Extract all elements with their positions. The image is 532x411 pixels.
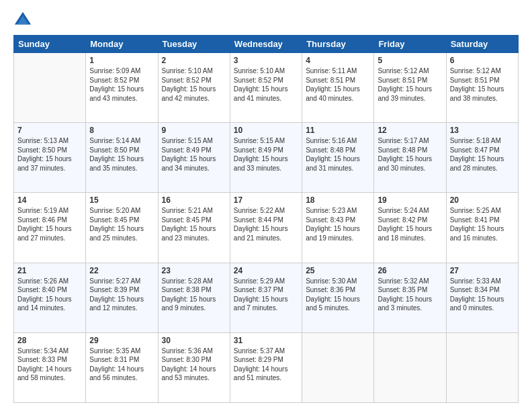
- day-info: Sunrise: 5:13 AMSunset: 8:50 PMDaylight:…: [17, 136, 82, 173]
- day-number: 15: [89, 195, 154, 205]
- day-info: Sunrise: 5:10 AMSunset: 8:52 PMDaylight:…: [234, 66, 298, 103]
- calendar-cell: 12 Sunrise: 5:17 AMSunset: 8:48 PMDaylig…: [374, 123, 446, 193]
- day-info: Sunrise: 5:27 AMSunset: 8:39 PMDaylight:…: [89, 277, 154, 313]
- calendar-cell: 27 Sunrise: 5:33 AMSunset: 8:34 PMDaylig…: [446, 263, 518, 332]
- calendar-cell: 28 Sunrise: 5:34 AMSunset: 8:33 PMDaylig…: [14, 332, 86, 402]
- day-info: Sunrise: 5:36 AMSunset: 8:30 PMDaylight:…: [162, 347, 226, 383]
- day-number: 14: [17, 195, 82, 205]
- day-info: Sunrise: 5:26 AMSunset: 8:40 PMDaylight:…: [17, 277, 82, 313]
- calendar-cell: [374, 332, 446, 402]
- calendar-cell: 6 Sunrise: 5:12 AMSunset: 8:51 PMDayligh…: [446, 53, 518, 123]
- day-number: 12: [378, 126, 442, 135]
- calendar-cell: 17 Sunrise: 5:22 AMSunset: 8:44 PMDaylig…: [230, 193, 302, 263]
- calendar-table: SundayMondayTuesdayWednesdayThursdayFrid…: [13, 35, 519, 403]
- calendar-cell: 14 Sunrise: 5:19 AMSunset: 8:46 PMDaylig…: [14, 193, 86, 263]
- calendar-cell: 8 Sunrise: 5:14 AMSunset: 8:50 PMDayligh…: [86, 123, 158, 193]
- day-info: Sunrise: 5:28 AMSunset: 8:38 PMDaylight:…: [162, 277, 226, 313]
- day-info: Sunrise: 5:34 AMSunset: 8:33 PMDaylight:…: [17, 347, 82, 383]
- day-number: 4: [306, 56, 370, 65]
- day-number: 24: [234, 266, 298, 275]
- day-number: 3: [234, 56, 298, 65]
- day-info: Sunrise: 5:19 AMSunset: 8:46 PMDaylight:…: [17, 206, 82, 242]
- day-number: 16: [162, 195, 226, 205]
- day-info: Sunrise: 5:25 AMSunset: 8:41 PMDaylight:…: [450, 206, 515, 242]
- weekday-header-saturday: Saturday: [446, 36, 518, 53]
- calendar-week-row: 21 Sunrise: 5:26 AMSunset: 8:40 PMDaylig…: [14, 263, 519, 332]
- day-number: 21: [17, 266, 82, 275]
- day-number: 27: [450, 266, 515, 275]
- calendar-cell: [302, 332, 374, 402]
- day-info: Sunrise: 5:17 AMSunset: 8:48 PMDaylight:…: [378, 136, 442, 173]
- day-info: Sunrise: 5:16 AMSunset: 8:48 PMDaylight:…: [306, 136, 370, 173]
- day-number: 19: [378, 195, 442, 205]
- day-info: Sunrise: 5:29 AMSunset: 8:37 PMDaylight:…: [234, 277, 298, 313]
- calendar-cell: 20 Sunrise: 5:25 AMSunset: 8:41 PMDaylig…: [446, 193, 518, 263]
- calendar-cell: 26 Sunrise: 5:32 AMSunset: 8:35 PMDaylig…: [374, 263, 446, 332]
- calendar-cell: 29 Sunrise: 5:35 AMSunset: 8:31 PMDaylig…: [86, 332, 158, 402]
- logo: [13, 11, 35, 30]
- calendar-week-row: 28 Sunrise: 5:34 AMSunset: 8:33 PMDaylig…: [14, 332, 519, 402]
- weekday-header-monday: Monday: [86, 36, 158, 53]
- day-number: 13: [450, 126, 515, 135]
- day-info: Sunrise: 5:23 AMSunset: 8:43 PMDaylight:…: [306, 206, 370, 242]
- calendar-cell: 2 Sunrise: 5:10 AMSunset: 8:52 PMDayligh…: [158, 53, 230, 123]
- day-info: Sunrise: 5:24 AMSunset: 8:42 PMDaylight:…: [378, 206, 442, 242]
- day-number: 6: [450, 56, 515, 65]
- calendar-cell: 19 Sunrise: 5:24 AMSunset: 8:42 PMDaylig…: [374, 193, 446, 263]
- day-number: 28: [17, 336, 82, 345]
- day-info: Sunrise: 5:09 AMSunset: 8:52 PMDaylight:…: [89, 66, 154, 103]
- day-number: 2: [162, 56, 226, 65]
- calendar-cell: [14, 53, 86, 123]
- calendar-week-row: 1 Sunrise: 5:09 AMSunset: 8:52 PMDayligh…: [14, 53, 519, 123]
- day-info: Sunrise: 5:15 AMSunset: 8:49 PMDaylight:…: [162, 136, 226, 173]
- calendar-cell: 21 Sunrise: 5:26 AMSunset: 8:40 PMDaylig…: [14, 263, 86, 332]
- day-info: Sunrise: 5:37 AMSunset: 8:29 PMDaylight:…: [234, 347, 298, 383]
- weekday-header-friday: Friday: [374, 36, 446, 53]
- day-number: 1: [89, 56, 154, 65]
- header: [13, 11, 519, 30]
- calendar-cell: 24 Sunrise: 5:29 AMSunset: 8:37 PMDaylig…: [230, 263, 302, 332]
- day-number: 7: [17, 126, 82, 135]
- day-number: 23: [162, 266, 226, 275]
- day-info: Sunrise: 5:10 AMSunset: 8:52 PMDaylight:…: [162, 66, 226, 103]
- calendar-cell: 31 Sunrise: 5:37 AMSunset: 8:29 PMDaylig…: [230, 332, 302, 402]
- calendar-cell: 10 Sunrise: 5:15 AMSunset: 8:49 PMDaylig…: [230, 123, 302, 193]
- calendar-cell: 16 Sunrise: 5:21 AMSunset: 8:45 PMDaylig…: [158, 193, 230, 263]
- calendar-cell: 11 Sunrise: 5:16 AMSunset: 8:48 PMDaylig…: [302, 123, 374, 193]
- day-number: 20: [450, 195, 515, 205]
- weekday-header-row: SundayMondayTuesdayWednesdayThursdayFrid…: [14, 36, 519, 53]
- day-info: Sunrise: 5:14 AMSunset: 8:50 PMDaylight:…: [89, 136, 154, 173]
- day-number: 31: [234, 336, 298, 345]
- day-info: Sunrise: 5:18 AMSunset: 8:47 PMDaylight:…: [450, 136, 515, 173]
- calendar-cell: 13 Sunrise: 5:18 AMSunset: 8:47 PMDaylig…: [446, 123, 518, 193]
- calendar-cell: 23 Sunrise: 5:28 AMSunset: 8:38 PMDaylig…: [158, 263, 230, 332]
- day-info: Sunrise: 5:35 AMSunset: 8:31 PMDaylight:…: [89, 347, 154, 383]
- day-info: Sunrise: 5:30 AMSunset: 8:36 PMDaylight:…: [306, 277, 370, 313]
- calendar-cell: 1 Sunrise: 5:09 AMSunset: 8:52 PMDayligh…: [86, 53, 158, 123]
- calendar-cell: 4 Sunrise: 5:11 AMSunset: 8:51 PMDayligh…: [302, 53, 374, 123]
- day-info: Sunrise: 5:20 AMSunset: 8:45 PMDaylight:…: [89, 206, 154, 242]
- calendar-cell: 15 Sunrise: 5:20 AMSunset: 8:45 PMDaylig…: [86, 193, 158, 263]
- day-number: 29: [89, 336, 154, 345]
- day-number: 22: [89, 266, 154, 275]
- calendar-cell: 25 Sunrise: 5:30 AMSunset: 8:36 PMDaylig…: [302, 263, 374, 332]
- calendar-cell: 5 Sunrise: 5:12 AMSunset: 8:51 PMDayligh…: [374, 53, 446, 123]
- day-number: 11: [306, 126, 370, 135]
- day-info: Sunrise: 5:15 AMSunset: 8:49 PMDaylight:…: [234, 136, 298, 173]
- calendar-cell: [446, 332, 518, 402]
- calendar-cell: 18 Sunrise: 5:23 AMSunset: 8:43 PMDaylig…: [302, 193, 374, 263]
- day-info: Sunrise: 5:21 AMSunset: 8:45 PMDaylight:…: [162, 206, 226, 242]
- day-info: Sunrise: 5:12 AMSunset: 8:51 PMDaylight:…: [450, 66, 515, 103]
- calendar-cell: 3 Sunrise: 5:10 AMSunset: 8:52 PMDayligh…: [230, 53, 302, 123]
- weekday-header-thursday: Thursday: [302, 36, 374, 53]
- calendar-cell: 30 Sunrise: 5:36 AMSunset: 8:30 PMDaylig…: [158, 332, 230, 402]
- page: SundayMondayTuesdayWednesdayThursdayFrid…: [0, 0, 532, 411]
- day-number: 8: [89, 126, 154, 135]
- day-info: Sunrise: 5:11 AMSunset: 8:51 PMDaylight:…: [306, 66, 370, 103]
- weekday-header-tuesday: Tuesday: [158, 36, 230, 53]
- weekday-header-sunday: Sunday: [14, 36, 86, 53]
- day-number: 30: [162, 336, 226, 345]
- day-number: 10: [234, 126, 298, 135]
- day-number: 5: [378, 56, 442, 65]
- calendar-cell: 9 Sunrise: 5:15 AMSunset: 8:49 PMDayligh…: [158, 123, 230, 193]
